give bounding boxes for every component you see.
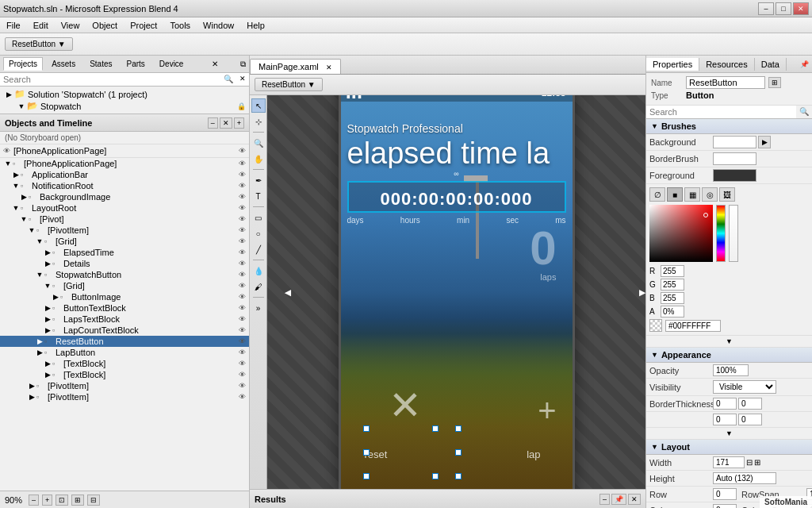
- results-close-btn[interactable]: ✕: [628, 494, 641, 505]
- eyedropper-tool[interactable]: 💧: [251, 264, 266, 278]
- menu-item-edit[interactable]: Edit: [30, 21, 52, 30]
- tree-item-11[interactable]: ▼▫[Grid]👁: [0, 280, 249, 291]
- expand-tool[interactable]: »: [251, 301, 266, 315]
- name-options-btn[interactable]: ⊞: [768, 77, 781, 88]
- tree-item-13[interactable]: ▶▫ButtonTextBlock👁: [0, 302, 249, 314]
- menu-item-project[interactable]: Project: [127, 21, 160, 30]
- handle-mr[interactable]: [455, 449, 462, 456]
- no-brush-btn[interactable]: ∅: [649, 187, 665, 202]
- tree-item-15[interactable]: ▶▫LapCountTextBlock👁: [0, 325, 249, 336]
- tab-close-icon[interactable]: ✕: [326, 64, 332, 71]
- borderbrush-swatch[interactable]: [713, 152, 756, 165]
- grid-btn[interactable]: ⊞: [71, 495, 84, 506]
- panel-close-icon[interactable]: ✕: [212, 60, 218, 68]
- objects-minimize-btn[interactable]: –: [208, 117, 218, 129]
- menu-item-object[interactable]: Object: [89, 21, 121, 30]
- tree-item-18[interactable]: ▶▫[TextBlock]👁: [0, 358, 249, 369]
- borderthick-input3[interactable]: [713, 414, 737, 425]
- tree-item-17[interactable]: ▶▫LapButton👁: [0, 347, 249, 358]
- layout-section-header[interactable]: ▼ Layout: [646, 440, 812, 455]
- tree-item-0[interactable]: ▼▫[PhoneApplicationPage]👁: [0, 158, 249, 169]
- fit-btn[interactable]: ⊡: [56, 495, 68, 506]
- width-input[interactable]: [713, 456, 745, 468]
- canvas-tab-mainpage[interactable]: MainPage.xaml ✕: [250, 59, 341, 74]
- solution-item[interactable]: ▶ 📁 Solution 'Stopwatch' (1 project): [0, 88, 249, 100]
- color-gradient[interactable]: [649, 205, 713, 262]
- menu-item-tools[interactable]: Tools: [167, 21, 193, 30]
- name-input[interactable]: [686, 76, 765, 89]
- height-input[interactable]: [713, 472, 776, 484]
- tree-item-4[interactable]: ▼▫LayoutRoot👁: [0, 202, 249, 214]
- objects-close-btn[interactable]: ✕: [220, 117, 232, 129]
- maximize-button[interactable]: □: [776, 2, 791, 15]
- right-search-input[interactable]: [646, 106, 796, 118]
- right-panel-pin[interactable]: 📌: [797, 59, 812, 70]
- borderthick-input2[interactable]: [738, 398, 762, 410]
- zoom-in-btn[interactable]: +: [42, 495, 52, 506]
- background-options-btn[interactable]: ▶: [758, 136, 771, 148]
- tab-data[interactable]: Data: [755, 58, 787, 71]
- radial-grad-btn[interactable]: ◎: [702, 187, 718, 202]
- background-swatch[interactable]: [713, 136, 756, 148]
- b-input[interactable]: [661, 292, 684, 304]
- g-input[interactable]: [661, 279, 684, 291]
- phone-x-button[interactable]: ✕: [389, 383, 422, 429]
- brushes-section-header[interactable]: ▼ Brushes: [646, 119, 812, 134]
- objects-add-btn[interactable]: +: [234, 117, 244, 129]
- r-input[interactable]: [661, 265, 684, 277]
- select-tool[interactable]: ⊹: [251, 114, 266, 129]
- search-input[interactable]: [0, 73, 220, 86]
- tree-item-14[interactable]: ▶▫LapsTextBlock👁: [0, 314, 249, 325]
- tab-resources[interactable]: Resources: [699, 58, 755, 71]
- tab-projects[interactable]: Projects: [3, 57, 43, 71]
- canvas-active-btn[interactable]: ResetButton ▼: [255, 78, 323, 91]
- zoom-tool[interactable]: 🔍: [251, 136, 266, 150]
- width-auto-icon[interactable]: ⊞: [754, 458, 760, 467]
- active-element-dropdown[interactable]: ResetButton ▼: [5, 37, 73, 51]
- tree-item-7[interactable]: ▼▫[Grid]👁: [0, 236, 249, 247]
- tab-assets[interactable]: Assets: [46, 57, 81, 71]
- ellipse-tool[interactable]: ○: [251, 226, 266, 241]
- image-brush-btn[interactable]: 🖼: [719, 187, 735, 202]
- handle-tl[interactable]: [363, 425, 370, 432]
- results-pin-btn[interactable]: 📌: [611, 494, 626, 505]
- handle-tr[interactable]: [455, 425, 462, 432]
- tree-item-20[interactable]: ▶▫[PivotItem]👁: [0, 380, 249, 391]
- pointer-tool[interactable]: ↖: [251, 98, 266, 113]
- handle-bm[interactable]: [432, 473, 439, 479]
- line-tool[interactable]: ╱: [251, 242, 266, 256]
- canvas-viewport[interactable]: ▌▌▌ 12:38 Stopwatch Professional elapsed…: [267, 95, 645, 489]
- tab-parts[interactable]: Parts: [121, 57, 151, 71]
- close-button[interactable]: ✕: [793, 2, 809, 15]
- borderthick-input4[interactable]: [738, 414, 762, 425]
- minimize-button[interactable]: –: [758, 2, 774, 15]
- alpha-strip[interactable]: [729, 205, 738, 262]
- tree-item-21[interactable]: ▶▫[PivotItem]👁: [0, 391, 249, 402]
- visibility-select[interactable]: Visible Collapsed: [713, 380, 776, 394]
- tree-item-5[interactable]: ▼▫[Pivot]👁: [0, 214, 249, 225]
- linear-grad-btn[interactable]: ▦: [684, 187, 700, 202]
- appearance-section-header[interactable]: ▼ Appearance: [646, 348, 812, 363]
- tab-states[interactable]: States: [84, 57, 117, 71]
- tree-item-19[interactable]: ▶▫[TextBlock]👁: [0, 369, 249, 380]
- handle-tm[interactable]: [432, 425, 439, 432]
- tree-item-6[interactable]: ▼▫[PivotItem]👁: [0, 225, 249, 236]
- hue-strip[interactable]: [716, 205, 726, 262]
- tree-item-3[interactable]: ▶▫BackgroundImage👁: [0, 191, 249, 202]
- opacity-input[interactable]: [713, 364, 749, 376]
- handle-br[interactable]: [455, 473, 462, 479]
- borderthick-input1[interactable]: [713, 398, 737, 410]
- tree-item-9[interactable]: ▶▫Details👁: [0, 258, 249, 269]
- results-minimize-btn[interactable]: –: [599, 494, 610, 505]
- menu-item-help[interactable]: Help: [243, 21, 268, 30]
- tab-properties[interactable]: Properties: [646, 58, 699, 71]
- expand-icon-2[interactable]: ▼: [726, 429, 733, 437]
- hex-input[interactable]: [665, 320, 721, 332]
- snap-btn[interactable]: ⊟: [87, 495, 100, 506]
- tree-item-10[interactable]: ▼▫StopwatchButton👁: [0, 269, 249, 280]
- menu-item-view[interactable]: View: [58, 21, 83, 30]
- foreground-swatch[interactable]: [713, 169, 756, 182]
- search-clear[interactable]: ✕: [236, 73, 249, 86]
- tree-item-12[interactable]: ▶▫ButtonImage👁: [0, 291, 249, 302]
- width-link-icon[interactable]: ⊟: [746, 458, 753, 467]
